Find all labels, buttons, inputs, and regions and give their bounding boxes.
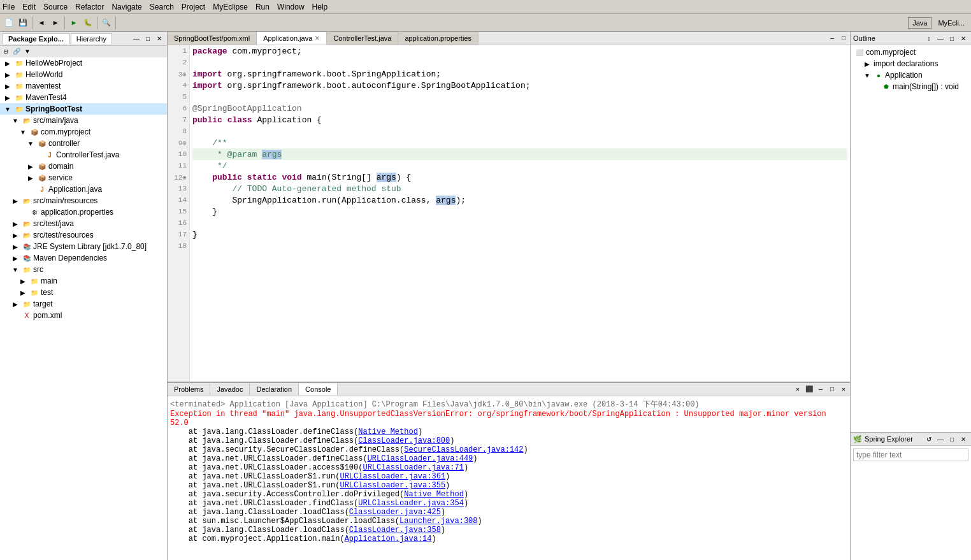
tree-label: src [33,265,43,274]
link-12[interactable]: ClassLoader.java:358 [349,526,441,535]
link-1[interactable]: Native Method [358,427,418,436]
editor-minimize[interactable]: — [827,33,837,43]
menu-search[interactable]: Search [150,3,174,11]
tree-pom[interactable]: X pom.xml [0,310,167,321]
tree-applicationjava[interactable]: J Application.java [0,183,167,195]
link-5[interactable]: URLClassLoader.java:71 [363,463,463,472]
link-11[interactable]: Launcher.java:308 [399,517,477,526]
console-minimize[interactable]: — [816,384,826,394]
link-4[interactable]: URLClassLoader.java:449 [368,454,473,463]
link-10[interactable]: ClassLoader.java:425 [349,508,441,517]
outline-imports[interactable]: ▶ import declarations [852,58,970,69]
tree-srcmainjava[interactable]: ▼ 📂 src/main/java [0,115,167,126]
outline-commyproject[interactable]: ⬜ com.myproject [852,47,970,58]
tree-domain[interactable]: ▶ 📦 domain [0,161,167,172]
link-editor-btn[interactable]: 🔗 [11,47,22,57]
code-line-2 [192,57,847,68]
tab-pom[interactable]: SpringBootTest/pom.xml [168,32,257,45]
tree-maventest[interactable]: ▶ 📁 maventest [0,80,167,92]
toolbar-run[interactable]: ▶ [68,17,80,29]
link-9[interactable]: URLClassLoader.java:354 [358,499,464,508]
perspective-myeclipse[interactable]: MyEcli... [934,18,968,28]
code-content[interactable]: package com.myproject; import org.spring… [190,45,850,382]
outline-application[interactable]: ▼ ● Application [852,69,970,81]
menu-file[interactable]: File [3,3,15,11]
editor-area[interactable]: 1 2 3⊕ 4 5 6 7 8 9⊕ 10 11 12⊕ 13 14 15 1… [168,45,850,382]
link-6[interactable]: URLClassLoader.java:361 [340,472,445,481]
tree-srctestresources[interactable]: ▶ 📂 src/test/resources [0,229,167,241]
spring-minimize[interactable]: — [935,434,946,444]
console-maximize[interactable]: □ [827,384,837,394]
tab-controllertest[interactable]: ControllerTest.java [327,32,398,45]
menu-window[interactable]: Window [277,3,305,11]
tree-mavendeps[interactable]: ▶ 📚 Maven Dependencies [0,252,167,264]
tree-srcmainresources[interactable]: ▶ 📂 src/main/resources [0,195,167,206]
console-close[interactable]: ✕ [838,384,849,394]
maximize-left[interactable]: □ [143,34,153,44]
spring-maximize[interactable]: □ [947,434,957,444]
menu-navigate[interactable]: Navigate [111,3,141,11]
spring-close[interactable]: ✕ [958,434,968,444]
tree-service[interactable]: ▶ 📦 service [0,172,167,183]
toolbar-back[interactable]: ◀ [35,17,48,29]
menu-project[interactable]: Project [182,3,205,11]
tree-jre[interactable]: ▶ 📚 JRE System Library [jdk1.7.0_80] [0,241,167,252]
editor-maximize[interactable]: □ [838,33,849,43]
spring-filter-input[interactable] [853,449,968,461]
perspective-java[interactable]: Java [908,17,931,29]
tree-helloworld[interactable]: ▶ 📁 HelloWorld [0,69,167,80]
outline-main[interactable]: ⬟ main(String[]) : void [852,81,970,92]
tree-springboottest[interactable]: ▼ 📁 SpringBootTest [0,103,167,115]
link-7[interactable]: URLClassLoader.java:355 [340,481,445,490]
toolbar-new[interactable]: 📄 [3,17,15,29]
tree-commyproject[interactable]: ▼ 📦 com.myproject [0,126,167,138]
menu-edit[interactable]: Edit [22,3,36,11]
spring-refresh[interactable]: ↺ [924,434,934,444]
tree-controllertest[interactable]: J ControllerTest.java [0,149,167,161]
console-clear[interactable]: ✕ [793,384,803,394]
tab-appprops[interactable]: application.properties [398,32,478,45]
outline-close[interactable]: ✕ [958,33,968,43]
tab-declaration[interactable]: Declaration [250,384,299,395]
tab-package-explorer[interactable]: Package Explo... [3,33,69,44]
tree-controller[interactable]: ▼ 📦 controller [0,138,167,149]
link-2[interactable]: ClassLoader.java:800 [358,436,450,445]
toolbar-fwd[interactable]: ▶ [49,17,62,29]
outline-label: main(String[]) : void [893,82,959,91]
toolbar-save[interactable]: 💾 [17,17,29,29]
view-menu-btn[interactable]: ▼ [22,47,32,57]
tab-problems[interactable]: Problems [168,384,210,395]
link-13[interactable]: Application.java:14 [345,535,432,543]
tab-application[interactable]: Application.java ✕ [257,32,327,45]
console-terminate[interactable]: ⬛ [804,384,814,394]
tree-maventest4[interactable]: ▶ 📁 MavenTest4 [0,92,167,103]
tree-appprops[interactable]: ⚙ application.properties [0,206,167,218]
tree-srctestjava[interactable]: ▶ 📂 src/test/java [0,218,167,229]
tab-javadoc[interactable]: Javadoc [210,384,250,395]
close-left[interactable]: ✕ [154,34,164,44]
tab-hierarchy[interactable]: Hierarchy [71,33,112,44]
link-8[interactable]: Native Method [404,490,464,499]
tree-main[interactable]: ▶ 📁 main [0,275,167,287]
tree-label: SpringBootTest [25,104,82,113]
tree-target[interactable]: ▶ 📁 target [0,298,167,310]
menu-myeclipse[interactable]: MyEclipse [213,3,248,11]
minimize-left[interactable]: — [131,34,141,44]
link-3[interactable]: SecureClassLoader.java:142 [404,445,523,454]
tree-test[interactable]: ▶ 📁 test [0,287,167,298]
toolbar-search[interactable]: 🔍 [100,17,113,29]
outline-sort[interactable]: ↕ [924,33,934,43]
tree-label: main [41,276,57,285]
outline-minimize[interactable]: — [935,33,946,43]
menu-help[interactable]: Help [312,3,328,11]
menu-refactor[interactable]: Refactor [75,3,104,11]
toolbar-debug[interactable]: 🐛 [82,17,94,29]
tree-hellowebproject[interactable]: ▶ 📁 HelloWebProject [0,57,167,69]
outline-maximize[interactable]: □ [947,33,957,43]
tree-src[interactable]: ▼ 📁 src [0,264,167,275]
menu-source[interactable]: Source [43,3,68,11]
collapse-all-btn[interactable]: ⊟ [1,47,11,57]
tab-app-close[interactable]: ✕ [315,35,320,41]
menu-run[interactable]: Run [255,3,270,11]
tab-console[interactable]: Console [299,384,338,395]
